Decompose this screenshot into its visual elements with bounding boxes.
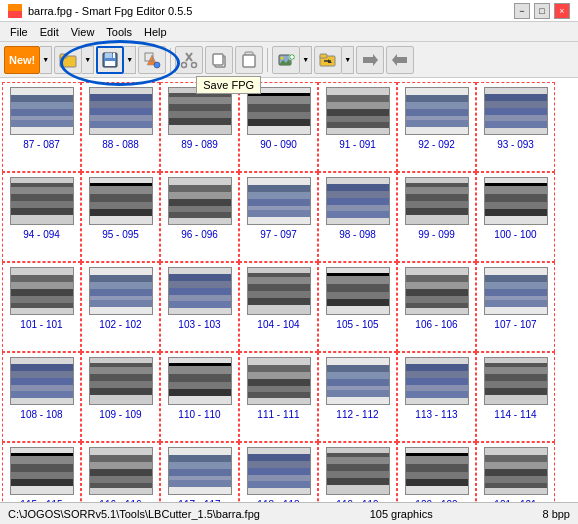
list-item[interactable]: 106 - 106	[397, 262, 476, 352]
list-item[interactable]: 113 - 113	[397, 352, 476, 442]
svg-rect-28	[363, 57, 374, 63]
list-item[interactable]: 107 - 107	[476, 262, 555, 352]
list-item[interactable]: 104 - 104	[239, 262, 318, 352]
list-item[interactable]: 96 - 096	[160, 172, 239, 262]
list-item[interactable]: 114 - 114	[476, 352, 555, 442]
open-button-group[interactable]: ▼	[54, 46, 94, 74]
list-item[interactable]: 88 - 088	[81, 82, 160, 172]
list-item[interactable]: 115 - 115	[2, 442, 81, 502]
svg-point-9	[154, 62, 160, 68]
cell-label: 88 - 088	[102, 139, 139, 150]
cell-thumbnail	[89, 267, 153, 315]
app-icon	[8, 4, 22, 18]
list-item[interactable]: 102 - 102	[81, 262, 160, 352]
cell-label: 92 - 092	[418, 139, 455, 150]
list-item[interactable]: 91 - 091	[318, 82, 397, 172]
list-item[interactable]: 98 - 098	[318, 172, 397, 262]
cell-thumbnail	[326, 267, 390, 315]
cell-thumbnail	[326, 177, 390, 225]
svg-point-13	[192, 62, 197, 67]
new-button-group[interactable]: New! ▼	[4, 46, 52, 74]
list-item[interactable]: 109 - 109	[81, 352, 160, 442]
list-item[interactable]: 110 - 110	[160, 352, 239, 442]
list-item[interactable]: 89 - 089	[160, 82, 239, 172]
minimize-button[interactable]: −	[514, 3, 530, 19]
list-item[interactable]: 119 - 119	[318, 442, 397, 502]
list-item[interactable]: 112 - 112	[318, 352, 397, 442]
folder-button-group[interactable]: ▼	[314, 46, 354, 74]
folder-dropdown-arrow[interactable]: ▼	[342, 46, 354, 74]
arrow-right-button[interactable]	[356, 46, 384, 74]
list-item[interactable]: 94 - 094	[2, 172, 81, 262]
list-item[interactable]: 111 - 111	[239, 352, 318, 442]
copy-button[interactable]	[205, 46, 233, 74]
cell-thumbnail	[89, 447, 153, 495]
open-button[interactable]	[54, 46, 82, 74]
svg-rect-15	[213, 54, 223, 65]
new-button[interactable]: New!	[4, 46, 40, 74]
save-dropdown-arrow[interactable]: ▼	[124, 46, 136, 74]
folder-button[interactable]	[314, 46, 342, 74]
svg-marker-29	[373, 54, 378, 66]
cut-button[interactable]	[175, 46, 203, 74]
save-button[interactable]	[96, 46, 124, 74]
title-bar: barra.fpg - Smart Fpg Editor 0.5.5 − □ ×	[0, 0, 578, 22]
svg-point-12	[182, 62, 187, 67]
list-item[interactable]: 95 - 095	[81, 172, 160, 262]
open-dropdown-arrow[interactable]: ▼	[82, 46, 94, 74]
list-item[interactable]: 97 - 097	[239, 172, 318, 262]
cell-thumbnail	[168, 357, 232, 405]
list-item[interactable]: 103 - 103	[160, 262, 239, 352]
cell-label: 93 - 093	[497, 139, 534, 150]
paste-button[interactable]	[235, 46, 263, 74]
close-button[interactable]: ×	[554, 3, 570, 19]
cell-label: 102 - 102	[99, 319, 141, 330]
cell-label: 112 - 112	[336, 409, 378, 420]
list-item[interactable]: 117 - 117	[160, 442, 239, 502]
menu-view[interactable]: View	[65, 24, 101, 40]
add-image-group[interactable]: ▼	[272, 46, 312, 74]
svg-rect-6	[105, 61, 115, 66]
cell-thumbnail	[405, 357, 469, 405]
cell-thumbnail	[89, 177, 153, 225]
list-item[interactable]: 121 - 121	[476, 442, 555, 502]
cell-label: 113 - 113	[415, 409, 457, 420]
list-item[interactable]: 118 - 118	[239, 442, 318, 502]
menu-file[interactable]: File	[4, 24, 34, 40]
cell-thumbnail	[405, 447, 469, 495]
add-image-button[interactable]	[272, 46, 300, 74]
cell-thumbnail	[10, 87, 74, 135]
cell-thumbnail	[168, 267, 232, 315]
cell-label: 109 - 109	[99, 409, 141, 420]
list-item[interactable]: 108 - 108	[2, 352, 81, 442]
menu-edit[interactable]: Edit	[34, 24, 65, 40]
main-area[interactable]: 87 - 087 88 - 088 89 - 089 90 - 090 91 -…	[0, 78, 578, 502]
cell-thumbnail	[89, 357, 153, 405]
list-item[interactable]: 100 - 100	[476, 172, 555, 262]
window-controls[interactable]: − □ ×	[514, 3, 570, 19]
new-dropdown-arrow[interactable]: ▼	[40, 46, 52, 74]
cell-thumbnail	[168, 177, 232, 225]
list-item[interactable]: 105 - 105	[318, 262, 397, 352]
menu-help[interactable]: Help	[138, 24, 173, 40]
arrow-left-button[interactable]	[386, 46, 414, 74]
list-item[interactable]: 101 - 101	[2, 262, 81, 352]
status-bpp: 8 bpp	[542, 508, 570, 520]
paint-button[interactable]	[138, 46, 166, 74]
list-item[interactable]: 93 - 093	[476, 82, 555, 172]
list-item[interactable]: 116 - 116	[81, 442, 160, 502]
add-image-dropdown-arrow[interactable]: ▼	[300, 46, 312, 74]
list-item[interactable]: 99 - 099	[397, 172, 476, 262]
list-item[interactable]: 87 - 087	[2, 82, 81, 172]
menu-tools[interactable]: Tools	[100, 24, 138, 40]
cell-label: 100 - 100	[494, 229, 536, 240]
cell-thumbnail	[247, 357, 311, 405]
save-button-group[interactable]: ▼ Save FPG	[96, 46, 136, 74]
list-item[interactable]: 92 - 092	[397, 82, 476, 172]
maximize-button[interactable]: □	[534, 3, 550, 19]
svg-rect-17	[243, 55, 255, 67]
cell-thumbnail	[405, 267, 469, 315]
list-item[interactable]: 120 - 120	[397, 442, 476, 502]
list-item[interactable]: 90 - 090	[239, 82, 318, 172]
cell-label: 94 - 094	[23, 229, 60, 240]
